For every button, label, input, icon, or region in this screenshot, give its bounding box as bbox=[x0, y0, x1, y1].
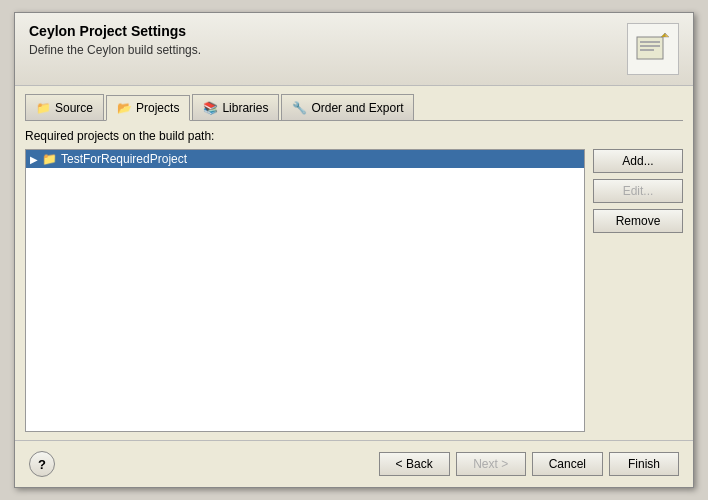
dialog-header: Ceylon Project Settings Define the Ceylo… bbox=[15, 13, 693, 86]
svg-rect-1 bbox=[640, 41, 660, 43]
add-button[interactable]: Add... bbox=[593, 149, 683, 173]
dialog: Ceylon Project Settings Define the Ceylo… bbox=[14, 12, 694, 488]
list-item[interactable]: ▶ 📁 TestForRequiredProject bbox=[26, 150, 584, 168]
svg-marker-4 bbox=[665, 33, 669, 37]
dialog-body: 📁 Source 📂 Projects 📚 Libraries 🔧 Order … bbox=[15, 86, 693, 440]
back-button[interactable]: < Back bbox=[379, 452, 450, 476]
ceylon-icon bbox=[635, 31, 671, 67]
tab-projects-label: Projects bbox=[136, 101, 179, 115]
tab-source[interactable]: 📁 Source bbox=[25, 94, 104, 120]
remove-button[interactable]: Remove bbox=[593, 209, 683, 233]
next-button[interactable]: Next > bbox=[456, 452, 526, 476]
button-panel: Add... Edit... Remove bbox=[593, 149, 683, 432]
edit-button[interactable]: Edit... bbox=[593, 179, 683, 203]
projects-tab-icon: 📂 bbox=[117, 101, 132, 115]
source-tab-icon: 📁 bbox=[36, 101, 51, 115]
main-row: ▶ 📁 TestForRequiredProject Add... Edit..… bbox=[25, 149, 683, 432]
expand-arrow-icon: ▶ bbox=[30, 154, 38, 165]
tabs-container: 📁 Source 📂 Projects 📚 Libraries 🔧 Order … bbox=[25, 94, 683, 121]
dialog-icon bbox=[627, 23, 679, 75]
tab-order-export-label: Order and Export bbox=[311, 101, 403, 115]
project-item-name: TestForRequiredProject bbox=[61, 152, 187, 166]
cancel-button[interactable]: Cancel bbox=[532, 452, 603, 476]
dialog-footer: ? < Back Next > Cancel Finish bbox=[15, 440, 693, 487]
tab-libraries-label: Libraries bbox=[222, 101, 268, 115]
dialog-subtitle: Define the Ceylon build settings. bbox=[29, 43, 201, 57]
dialog-title: Ceylon Project Settings bbox=[29, 23, 201, 39]
libraries-tab-icon: 📚 bbox=[203, 101, 218, 115]
project-folder-icon: 📁 bbox=[42, 152, 57, 166]
footer-right: < Back Next > Cancel Finish bbox=[379, 452, 679, 476]
svg-marker-5 bbox=[661, 33, 665, 37]
tab-libraries[interactable]: 📚 Libraries bbox=[192, 94, 279, 120]
dialog-header-text: Ceylon Project Settings Define the Ceylo… bbox=[29, 23, 201, 57]
finish-button[interactable]: Finish bbox=[609, 452, 679, 476]
tab-projects[interactable]: 📂 Projects bbox=[106, 95, 190, 121]
help-button[interactable]: ? bbox=[29, 451, 55, 477]
project-list[interactable]: ▶ 📁 TestForRequiredProject bbox=[25, 149, 585, 432]
svg-rect-0 bbox=[637, 37, 663, 59]
tab-source-label: Source bbox=[55, 101, 93, 115]
section-label: Required projects on the build path: bbox=[25, 129, 683, 143]
footer-left: ? bbox=[29, 451, 55, 477]
svg-rect-2 bbox=[640, 45, 660, 47]
order-export-tab-icon: 🔧 bbox=[292, 101, 307, 115]
svg-rect-3 bbox=[640, 49, 654, 51]
tab-order-export[interactable]: 🔧 Order and Export bbox=[281, 94, 414, 120]
content-area: Required projects on the build path: ▶ 📁… bbox=[25, 129, 683, 432]
